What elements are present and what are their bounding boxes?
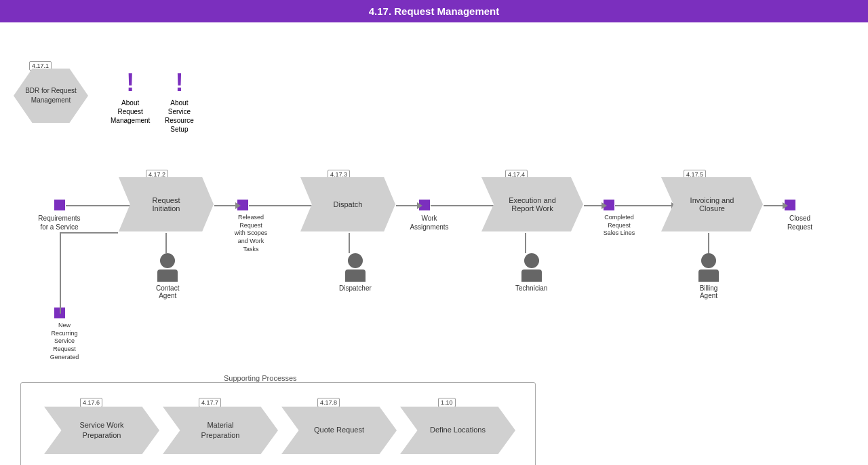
- arrow-billing-to-inv: [708, 233, 709, 253]
- arrow-req-to-init: [66, 205, 134, 206]
- arrow-completed-to-inv: [615, 205, 673, 206]
- sp-label-3: Quote Request: [314, 425, 364, 435]
- recurring-label: NewRecurringServiceRequestGenerated: [31, 322, 98, 361]
- sp-node-2[interactable]: MaterialPreparation: [163, 407, 278, 454]
- dispatcher-label: Dispatcher: [339, 284, 372, 292]
- closed-label: ClosedRequest: [774, 214, 825, 231]
- about-request-label: AboutRequestManagement: [111, 98, 150, 125]
- sp-label-4: Define Locations: [430, 425, 486, 435]
- arrow-tech-to-exec: [525, 233, 526, 253]
- sp-badge-2: 4.17.7: [199, 398, 221, 407]
- supporting-label: Supporting Processes: [224, 374, 297, 382]
- about-service-label: AboutServiceResourceSetup: [165, 98, 194, 134]
- sp-badge-1: 4.17.6: [80, 398, 102, 407]
- released-label: ReleasedRequestwith Scopesand WorkTasks: [224, 214, 278, 253]
- arrow-inv-to-closed: [764, 205, 784, 206]
- dispatcher: Dispatcher: [339, 253, 372, 292]
- request-initiation-label: RequestInitiation: [153, 196, 180, 212]
- contact-agent: ContactAgent: [156, 253, 179, 299]
- execution-node[interactable]: Execution andReport Work: [481, 177, 583, 231]
- sp-badge-3: 4.17.8: [317, 398, 340, 407]
- sp-badge-4: 1.10: [438, 398, 456, 407]
- arrow-work-to-exec: [431, 205, 495, 206]
- about-request-icon[interactable]: ! AboutRequestManagement: [111, 69, 150, 125]
- dispatch-label: Dispatch: [334, 200, 363, 208]
- about-service-icon[interactable]: ! AboutServiceResourceSetup: [165, 69, 194, 134]
- requirements-label: Requirementsfor a Service: [27, 214, 92, 231]
- arrow-dispatch-to-work: [396, 205, 418, 206]
- billing-agent-label: BillingAgent: [700, 284, 718, 299]
- invoicing-node[interactable]: Invoicing andClosure: [661, 177, 763, 231]
- technician-label: Technician: [515, 284, 547, 292]
- sp-node-4[interactable]: Define Locations: [400, 407, 515, 454]
- diagram-area: 4.17.1 BDR for RequestManagement ! About…: [0, 22, 868, 450]
- arrow-released-to-dispatch: [249, 205, 317, 206]
- billing-agent: BillingAgent: [698, 253, 719, 299]
- arrow-contact-to-init: [165, 233, 167, 253]
- execution-label: Execution andReport Work: [509, 196, 556, 212]
- arrow-exec-to-completed: [584, 205, 603, 206]
- line-recurring-h: [60, 232, 118, 234]
- request-initiation-node[interactable]: RequestInitiation: [119, 177, 214, 231]
- dispatch-node[interactable]: Dispatch: [300, 177, 395, 231]
- arrow-init-to-released: [214, 205, 237, 206]
- requirements-node[interactable]: [54, 200, 65, 210]
- title: 4.17. Request Management: [369, 5, 500, 17]
- work-assignments-label: WorkAssignments: [406, 214, 453, 231]
- sp-label-2: MaterialPreparation: [201, 420, 240, 441]
- line-recurring-v: [60, 232, 61, 314]
- arrow-dispatcher-to-dispatch: [349, 233, 350, 253]
- sp-node-1[interactable]: Service WorkPreparation: [44, 407, 159, 454]
- completed-label: CompletedRequestSales Lines: [589, 214, 650, 238]
- contact-agent-label: ContactAgent: [156, 284, 179, 299]
- bdr-label: BDR for RequestManagement: [25, 86, 77, 105]
- sp-label-1: Service WorkPreparation: [79, 420, 123, 441]
- invoicing-label: Invoicing andClosure: [690, 196, 734, 212]
- technician: Technician: [515, 253, 547, 292]
- sp-node-3[interactable]: Quote Request: [281, 407, 397, 454]
- header: 4.17. Request Management: [0, 0, 868, 22]
- bdr-node[interactable]: BDR for RequestManagement: [14, 69, 88, 123]
